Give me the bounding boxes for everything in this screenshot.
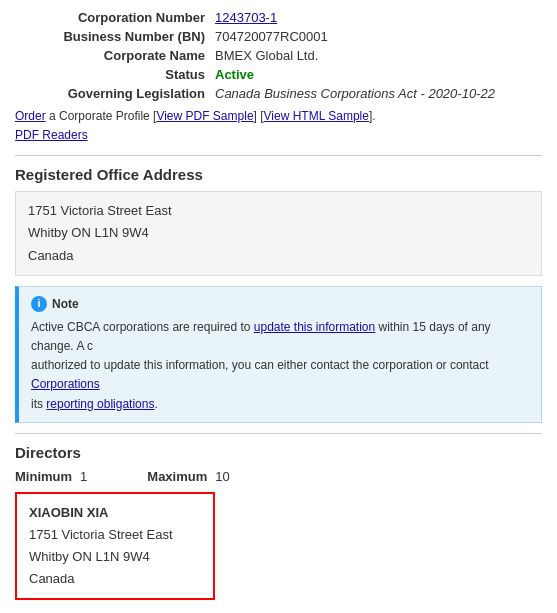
note-header: i Note [31,295,529,314]
minimum-label: Minimum [15,469,72,484]
page-container: Corporation Number 1243703-1 Business Nu… [0,0,557,613]
bracket-end: ]. [369,109,376,123]
director-name: XIAOBIN XIA [29,502,201,524]
note-box: i Note Active CBCA corporations are requ… [15,286,542,423]
note-text-end: its [31,397,46,411]
address-box: 1751 Victoria Street East Whitby ON L1N … [15,191,542,275]
maximum-label: Maximum [147,469,207,484]
divider-2 [15,433,542,434]
governing-legislation-row: Governing Legislation Canada Business Co… [15,86,542,101]
directors-meta: Minimum 1 Maximum 10 [15,469,542,484]
note-text-before: Active CBCA corporations are required to [31,320,254,334]
pdf-sample-link[interactable]: View PDF Sample [156,109,253,123]
director-address-line1: 1751 Victoria Street East [29,524,201,546]
status-value: Active [215,67,542,82]
address-line2: Whitby ON L1N 9W4 [28,222,529,244]
reporting-obligations-link[interactable]: reporting obligations [46,397,154,411]
director-address-line2: Whitby ON L1N 9W4 [29,546,201,568]
address-line3: Canada [28,245,529,267]
note-body: Active CBCA corporations are required to… [31,318,529,414]
status-row: Status Active [15,67,542,82]
corporations-link[interactable]: Corporations [31,377,100,391]
corporation-number-value[interactable]: 1243703-1 [215,10,542,25]
maximum-value: 10 [215,469,229,484]
status-label: Status [15,67,215,82]
business-number-label: Business Number (BN) [15,29,215,44]
pdf-readers-link[interactable]: PDF Readers [15,128,88,142]
director-address-line3: Canada [29,568,201,590]
note-text-final: . [154,397,157,411]
directors-header: Directors [15,444,542,461]
director-card: XIAOBIN XIA 1751 Victoria Street East Wh… [15,492,215,600]
minimum-value: 1 [80,469,87,484]
corporation-number-label: Corporation Number [15,10,215,25]
corporate-name-row: Corporate Name BMEX Global Ltd. [15,48,542,63]
divider-1 [15,155,542,156]
order-link[interactable]: Order [15,109,46,123]
note-icon: i [31,296,47,312]
corporate-name-label: Corporate Name [15,48,215,63]
business-number-value: 704720077RC0001 [215,29,542,44]
bracket-mid: ] [ [254,109,264,123]
minimum-item: Minimum 1 [15,469,87,484]
links-row: Order a Corporate Profile [View PDF Samp… [15,107,542,145]
update-info-link[interactable]: update this information [254,320,375,334]
html-sample-link[interactable]: View HTML Sample [264,109,369,123]
order-suffix: a Corporate Profile [ [46,109,157,123]
address-line1: 1751 Victoria Street East [28,200,529,222]
info-table: Corporation Number 1243703-1 Business Nu… [15,10,542,101]
corporate-name-value: BMEX Global Ltd. [215,48,542,63]
governing-legislation-value: Canada Business Corporations Act - 2020-… [215,86,542,101]
note-text-continue: authorized to update this information, y… [31,358,489,372]
registered-office-header: Registered Office Address [15,166,542,183]
governing-legislation-label: Governing Legislation [15,86,215,101]
corporate-name-highlighted[interactable]: BMEX Global Ltd. [215,48,318,63]
business-number-row: Business Number (BN) 704720077RC0001 [15,29,542,44]
note-title: Note [52,295,79,314]
corporation-number-row: Corporation Number 1243703-1 [15,10,542,25]
maximum-item: Maximum 10 [147,469,229,484]
